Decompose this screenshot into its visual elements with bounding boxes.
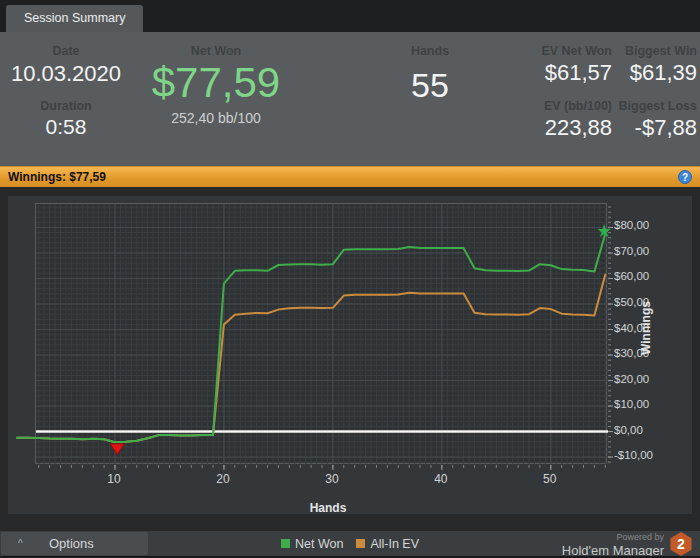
duration-value: 0:58 xyxy=(0,115,132,139)
x-tick-label: 20 xyxy=(203,472,243,486)
y-tick-label: $70,00 xyxy=(614,245,649,257)
duration-label: Duration xyxy=(0,99,132,113)
holdem-manager-2-logo-icon: 2 xyxy=(669,532,693,556)
y-tick-label: $10,00 xyxy=(614,398,649,410)
chart-region: $80,00$70,00$60,00$50,00$40,00$30,00$20,… xyxy=(0,187,700,531)
biggest-loss-label: Biggest Loss xyxy=(615,99,697,113)
stat-net-won: Net Won $77,59 252,40 bb/100 xyxy=(132,44,300,126)
plot-area[interactable] xyxy=(35,203,607,464)
net-won-label: Net Won xyxy=(132,44,300,58)
help-icon[interactable]: ? xyxy=(678,170,692,184)
net-won-bb100: 252,40 bb/100 xyxy=(132,110,300,126)
chart-legend: Net Won All-In EV xyxy=(281,531,419,556)
y-tick-label: $0,00 xyxy=(614,424,643,436)
winnings-title: Winnings: $77,59 xyxy=(8,170,106,184)
plot-svg[interactable] xyxy=(36,204,608,465)
y-tick-label: $80,00 xyxy=(614,219,649,231)
legend-all-in-ev-label: All-In EV xyxy=(370,537,419,551)
date-label: Date xyxy=(0,44,132,58)
footer-bar: ^ Options Net Won All-In EV Powered by H… xyxy=(0,531,700,556)
x-tick-label: 40 xyxy=(421,472,461,486)
legend-item-net-won: Net Won xyxy=(281,537,343,551)
chart-panel: $80,00$70,00$60,00$50,00$40,00$30,00$20,… xyxy=(8,196,692,514)
options-button[interactable]: ^ Options xyxy=(1,532,148,555)
ev-bb100-label: EV (bb/100) xyxy=(502,99,612,113)
ev-net-won-label: EV Net Won xyxy=(502,44,612,58)
winnings-title-bar: Winnings: $77,59 ? xyxy=(0,166,700,187)
legend-net-won-label: Net Won xyxy=(295,537,343,551)
date-value: 10.03.2020 xyxy=(0,61,132,87)
biggest-win-value: $61,39 xyxy=(615,60,697,86)
net-won-swatch-icon xyxy=(281,539,290,548)
y-tick-label: -$10,00 xyxy=(614,449,653,461)
powered-by-text: Powered by xyxy=(562,532,664,542)
net-won-value: $77,59 xyxy=(132,60,300,106)
y-axis-title: Winnings xyxy=(639,278,653,378)
tab-session-summary[interactable]: Session Summary xyxy=(6,5,143,32)
stat-ev: EV Net Won $61,57 EV (bb/100) 223,88 xyxy=(502,44,612,141)
hands-value: 55 xyxy=(378,66,482,105)
session-summary-window: Session Summary Date 10.03.2020 Duration… xyxy=(0,0,700,558)
all-in-ev-swatch-icon xyxy=(356,539,365,548)
chevron-up-icon: ^ xyxy=(18,532,23,555)
ev-bb100-value: 223,88 xyxy=(502,115,612,141)
x-axis-title: Hands xyxy=(188,501,468,515)
options-label: Options xyxy=(49,532,94,555)
stat-biggest: Biggest Win $61,39 Biggest Loss -$7,88 xyxy=(615,44,697,141)
legend-item-all-in-ev: All-In EV xyxy=(356,537,419,551)
x-tick-label: 30 xyxy=(312,472,352,486)
stat-date-duration: Date 10.03.2020 Duration 0:58 xyxy=(0,44,132,139)
stat-hands: Hands 55 xyxy=(378,44,482,105)
biggest-loss-value: -$7,88 xyxy=(615,115,697,141)
brand-block: Powered by Hold'em Manager xyxy=(562,532,664,558)
header-stats: Date 10.03.2020 Duration 0:58 Net Won $7… xyxy=(0,32,700,166)
tab-bar: Session Summary xyxy=(0,0,700,32)
hands-label: Hands xyxy=(378,44,482,58)
x-tick-label: 10 xyxy=(94,472,134,486)
ev-net-won-value: $61,57 xyxy=(502,60,612,86)
x-tick-label: 50 xyxy=(530,472,570,486)
biggest-win-label: Biggest Win xyxy=(615,44,697,58)
